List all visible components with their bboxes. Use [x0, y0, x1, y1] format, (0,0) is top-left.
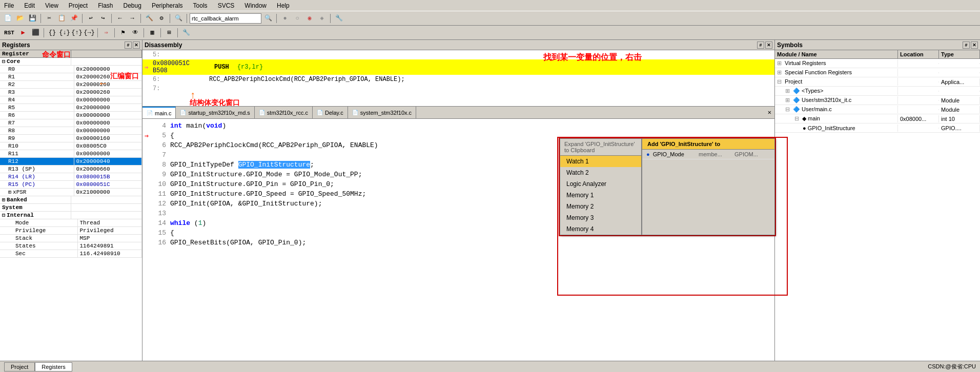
xpsr-expand-icon[interactable]: ⊞: [8, 190, 11, 195]
breakpts-btn[interactable]: ⚑: [117, 27, 129, 38]
reg-row-r12[interactable]: R12 0x20000040: [0, 158, 142, 166]
sym-row-main-c[interactable]: ⊟ 🔷 User/main.c Module: [775, 105, 980, 114]
symbols-pin-btn[interactable]: #: [963, 42, 970, 49]
menu-edit[interactable]: Edit: [22, 2, 37, 10]
main-c-expand[interactable]: ⊟: [785, 106, 790, 112]
copy-btn[interactable]: 📋: [56, 13, 67, 24]
symbols-close-btn[interactable]: ✕: [971, 42, 978, 49]
sym-name-it: ⊞ 🔷 User/stm32f10x_it.c: [775, 96, 898, 104]
ctx-watch2[interactable]: Watch 2: [560, 167, 641, 178]
sym-row-sfr[interactable]: ⊞ Special Function Registers: [775, 68, 980, 77]
tabs-close-btn[interactable]: ✕: [765, 108, 774, 117]
stepover-btn[interactable]: {↓}: [59, 27, 70, 38]
ctx-memory4[interactable]: Memory 4: [560, 223, 641, 235]
core-expand-icon[interactable]: ⊟: [2, 59, 5, 65]
reg-val-r8: 0x00000000: [74, 127, 142, 134]
reg-name-r11: R11: [0, 150, 74, 157]
reg-val-states: 1164249891: [78, 242, 142, 250]
menu-peripherals[interactable]: Peripherals: [150, 2, 185, 10]
mem-btn[interactable]: ▦: [147, 27, 158, 38]
cmd-win-btn[interactable]: ⇒: [100, 27, 112, 38]
disasm-pin-btn[interactable]: #: [757, 42, 764, 49]
circle1-btn[interactable]: ●: [279, 13, 291, 24]
ctx-memory1[interactable]: Memory 1: [560, 190, 641, 201]
tab-startup[interactable]: 📄 startup_stm32f10x_md.s: [176, 107, 254, 119]
dbg-sep3: [114, 28, 115, 37]
menu-flash[interactable]: Flash: [96, 2, 115, 10]
cut-btn[interactable]: ✂: [44, 13, 55, 24]
build-btn[interactable]: 🔨: [144, 13, 155, 24]
ctx-memory2[interactable]: Memory 2: [560, 201, 641, 212]
nav-fwd-btn[interactable]: →: [127, 13, 138, 24]
circle4-btn[interactable]: ◈: [316, 13, 328, 24]
sym-type-virtual-regs: [939, 63, 980, 64]
disasm-close-btn[interactable]: ✕: [765, 42, 772, 49]
sym-row-it[interactable]: ⊞ 🔷 User/stm32f10x_it.c Module: [775, 96, 980, 105]
settings-btn[interactable]: 🔧: [333, 13, 344, 24]
tab-main-c[interactable]: 📄 main.c: [142, 107, 176, 119]
virtual-regs-expand[interactable]: ⊞: [777, 60, 782, 66]
redo-btn[interactable]: ↪: [97, 13, 109, 24]
menu-svcs[interactable]: SVCS: [216, 2, 237, 10]
registers-pin-btn[interactable]: #: [125, 42, 132, 49]
menu-tools[interactable]: Tools: [191, 2, 210, 10]
open-btn[interactable]: 📂: [14, 13, 26, 24]
tab-rcc[interactable]: 📄 stm32f10x_rcc.c: [255, 107, 313, 119]
reg-val-r5: 0x20000000: [74, 104, 142, 111]
sym-loc-virtual-regs: [898, 63, 939, 64]
reg-val-stack: MSP: [78, 235, 142, 242]
banked-expand-icon[interactable]: ⊞: [2, 197, 5, 203]
menu-project[interactable]: Project: [67, 2, 90, 10]
reg-name-r10: R10: [0, 142, 74, 150]
menu-file[interactable]: File: [2, 2, 16, 10]
ctx-watch1[interactable]: Watch 1: [560, 156, 641, 167]
project-name-input[interactable]: rtc_callback_alarm: [190, 13, 261, 24]
internal-expand-icon[interactable]: ⊟: [2, 213, 5, 218]
ctx-memory3[interactable]: Memory 3: [560, 212, 641, 223]
project-expand[interactable]: ⊟: [777, 78, 782, 85]
it-expand[interactable]: ⊞: [785, 97, 790, 103]
circle3-btn[interactable]: ◉: [304, 13, 315, 24]
sym-row-project[interactable]: ⊟ Project Applica...: [775, 77, 980, 87]
debug-settings-btn[interactable]: 🔧: [180, 27, 192, 38]
disasm-title: Disassembly: [145, 42, 182, 49]
types-expand[interactable]: ⊞: [785, 88, 790, 94]
step-btn[interactable]: {}: [47, 27, 58, 38]
tab-delay[interactable]: 📄 Delay.c: [313, 107, 348, 119]
run-btn[interactable]: ▶: [17, 27, 29, 38]
menu-help[interactable]: Help: [275, 2, 292, 10]
main-fn-expand[interactable]: ⊟: [794, 115, 799, 121]
sym-row-main-fn[interactable]: ⊟ ◆ main 0x08000... int 10: [775, 114, 980, 123]
symbols-content: ⊞ Virtual Registers ⊞ Special Function R…: [775, 59, 980, 361]
search-btn[interactable]: 🔍: [262, 13, 274, 24]
undo-btn[interactable]: ↩: [85, 13, 96, 24]
nav-back-btn[interactable]: ←: [114, 13, 126, 24]
sfr-expand[interactable]: ⊞: [777, 69, 782, 75]
circle2-btn[interactable]: ○: [292, 13, 303, 24]
sym-row-virtual-regs[interactable]: ⊞ Virtual Registers: [775, 59, 980, 68]
status-tab-registers[interactable]: Registers: [35, 362, 72, 371]
dbg-sep6: [177, 28, 178, 37]
registers-close-btn[interactable]: ✕: [133, 42, 140, 49]
ctx-expand-clipboard[interactable]: Expand 'GPIO_InitStructure' to Clipboard: [560, 139, 641, 156]
sym-row-types[interactable]: ⊞ 🔷 <Types>: [775, 87, 980, 96]
stepout-btn[interactable]: {↑}: [71, 27, 83, 38]
status-tab-project[interactable]: Project: [4, 362, 35, 371]
sym-row-gpio-init[interactable]: ● GPIO_InitStructure GPIO....: [775, 123, 980, 133]
ctx-submenu-row-gpio-mode[interactable]: ● GPIO_Mode membe... GPIOM...: [642, 150, 774, 159]
new-btn[interactable]: 📄: [2, 13, 13, 24]
watch-btn[interactable]: 👁: [130, 27, 141, 38]
menu-debug[interactable]: Debug: [121, 2, 144, 10]
rst-btn[interactable]: RST: [2, 27, 16, 38]
menu-view[interactable]: View: [43, 2, 60, 10]
menu-window[interactable]: Window: [242, 2, 269, 10]
rebuild-btn[interactable]: ⚙: [156, 13, 167, 24]
ctx-logic-analyzer[interactable]: Logic Analyzer: [560, 178, 641, 190]
find-btn[interactable]: 🔍: [173, 13, 184, 24]
tab-system[interactable]: 📄 system_stm32f10x.c: [348, 107, 416, 119]
stepin-btn[interactable]: {→}: [84, 27, 95, 38]
more-btn[interactable]: ⊞: [164, 27, 175, 38]
stop-btn[interactable]: ⬛: [30, 27, 41, 38]
save-btn[interactable]: 💾: [27, 13, 38, 24]
paste-btn[interactable]: 📌: [68, 13, 79, 24]
